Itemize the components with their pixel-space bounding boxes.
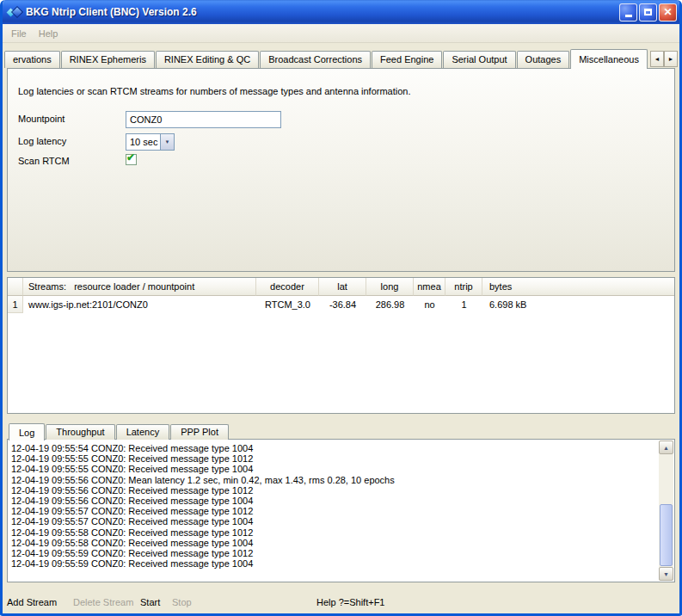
bottom-tab-bar: Log Throughput Latency PPP Plot bbox=[9, 422, 230, 440]
row-number: 1 bbox=[8, 296, 23, 313]
tab[interactable]: Feed Engine bbox=[372, 51, 442, 68]
selected-value: 10 sec bbox=[126, 134, 160, 150]
header-decoder: decoder bbox=[256, 278, 319, 296]
minimize-button[interactable] bbox=[619, 3, 637, 22]
menu-item[interactable]: File bbox=[5, 27, 33, 40]
streams-header: Streams: resource loader / mountpoint de… bbox=[8, 278, 674, 296]
scroll-thumb[interactable] bbox=[660, 504, 673, 566]
maximize-button[interactable] bbox=[639, 3, 657, 22]
app-icon bbox=[7, 5, 21, 19]
scroll-up-icon: ▲ bbox=[663, 445, 669, 451]
bottom-tab[interactable]: Throughput bbox=[46, 424, 114, 440]
log-line: 12-04-19 09:55:57 CONZ0: Received messag… bbox=[11, 506, 655, 516]
vertical-scrollbar[interactable]: ▲ ▼ bbox=[659, 440, 673, 581]
mountpoint-label: Mountpoint bbox=[18, 114, 65, 124]
tab[interactable]: Miscellaneous bbox=[570, 49, 648, 69]
start-button[interactable]: Start bbox=[140, 597, 160, 607]
log-line: 12-04-19 09:55:58 CONZ0: Received messag… bbox=[11, 527, 655, 538]
log-panel: 12-04-19 09:55:54 CONZ0: Received messag… bbox=[7, 439, 675, 582]
tab-scroll-right-button[interactable]: ► bbox=[664, 51, 678, 67]
window-title: BKG Ntrip Client (BNC) Version 2.6 bbox=[21, 6, 619, 18]
checkmark-icon: ✔ bbox=[126, 152, 135, 163]
bottom-tab[interactable]: Latency bbox=[116, 424, 170, 440]
log-line: 12-04-19 09:55:56 CONZ0: Received messag… bbox=[11, 496, 655, 506]
cell-bytes: 6.698 kB bbox=[482, 296, 674, 313]
log-line: 12-04-19 09:55:58 CONZ0: Received messag… bbox=[11, 538, 655, 548]
log-line: 12-04-19 09:55:55 CONZ0: Received messag… bbox=[11, 464, 655, 474]
tab[interactable]: ervations bbox=[4, 51, 60, 68]
log-latency-select[interactable]: 10 sec ▼ bbox=[126, 133, 175, 151]
tab-scroll-left-button[interactable]: ◄ bbox=[650, 51, 664, 67]
header-nmea: nmea bbox=[414, 278, 445, 296]
header-corner bbox=[8, 278, 23, 296]
tab[interactable]: RINEX Ephemeris bbox=[61, 51, 155, 68]
scroll-down-button[interactable]: ▼ bbox=[659, 567, 673, 581]
cell-nmea: no bbox=[414, 296, 445, 313]
bottom-tab[interactable]: Log bbox=[9, 423, 45, 440]
maximize-icon bbox=[644, 9, 652, 15]
tab[interactable]: Serial Output bbox=[443, 51, 515, 68]
mountpoint-input[interactable] bbox=[126, 111, 281, 128]
scan-rtcm-checkbox[interactable]: ✔ bbox=[126, 154, 137, 165]
log-output: 12-04-19 09:55:54 CONZ0: Received messag… bbox=[11, 443, 655, 580]
log-line: 12-04-19 09:55:54 CONZ0: Received messag… bbox=[11, 443, 655, 453]
log-line: 12-04-19 09:55:59 CONZ0: Received messag… bbox=[11, 548, 655, 558]
tab[interactable]: Outages bbox=[517, 51, 570, 68]
scan-rtcm-label: Scan RTCM bbox=[18, 156, 70, 166]
menu-item[interactable]: Help bbox=[33, 27, 65, 40]
log-line: 12-04-19 09:55:56 CONZ0: Mean latency 1.… bbox=[11, 475, 655, 485]
minimize-icon bbox=[625, 15, 632, 17]
streams-body: 1 www.igs-ip.net:2101/CONZ0 RTCM_3.0 -36… bbox=[8, 296, 674, 313]
dropdown-button[interactable]: ▼ bbox=[160, 134, 174, 150]
stop-button[interactable]: Stop bbox=[172, 597, 192, 607]
scroll-down-icon: ▼ bbox=[663, 571, 669, 577]
log-line: 12-04-19 09:55:59 CONZ0: Received messag… bbox=[11, 558, 655, 569]
header-lat: lat bbox=[319, 278, 366, 296]
help-label[interactable]: Help ?=Shift+F1 bbox=[316, 597, 385, 607]
cell-mountpoint: www.igs-ip.net:2101/CONZ0 bbox=[23, 296, 256, 313]
header-streams: Streams: resource loader / mountpoint bbox=[23, 278, 256, 296]
log-latency-label: Log latency bbox=[18, 136, 66, 146]
delete-stream-button[interactable]: Delete Stream bbox=[73, 597, 133, 607]
tab-scroll-buttons: ◄ ► bbox=[650, 51, 678, 67]
cell-long: 286.98 bbox=[366, 296, 414, 313]
panel-description: Log latencies or scan RTCM streams for n… bbox=[18, 86, 411, 96]
cell-ntrip: 1 bbox=[445, 296, 482, 313]
log-line: 12-04-19 09:55:56 CONZ0: Received messag… bbox=[11, 485, 655, 496]
scroll-left-icon: ◄ bbox=[654, 56, 660, 62]
header-bytes: bytes bbox=[482, 278, 674, 296]
cell-lat: -36.84 bbox=[319, 296, 366, 313]
close-button[interactable]: ✕ bbox=[659, 3, 677, 22]
scroll-right-icon: ► bbox=[668, 56, 674, 62]
miscellaneous-panel: Log latencies or scan RTCM streams for n… bbox=[7, 68, 675, 272]
header-long: long bbox=[366, 278, 414, 296]
tab[interactable]: Broadcast Corrections bbox=[260, 51, 371, 68]
tab-bar: ◄ ► ervations RINEX Ephemeris RINEX Edit… bbox=[4, 48, 678, 68]
menubar: File Help bbox=[3, 24, 679, 43]
window-controls: ✕ bbox=[619, 3, 677, 22]
bottom-tab[interactable]: PPP Plot bbox=[170, 424, 229, 440]
tab[interactable]: RINEX Editing & QC bbox=[156, 51, 259, 68]
cell-decoder: RTCM_3.0 bbox=[256, 296, 319, 313]
scroll-up-button[interactable]: ▲ bbox=[659, 440, 673, 454]
header-ntrip: ntrip bbox=[445, 278, 482, 296]
close-icon: ✕ bbox=[660, 4, 676, 21]
log-line: 12-04-19 09:55:57 CONZ0: Received messag… bbox=[11, 516, 655, 527]
streams-table: Streams: resource loader / mountpoint de… bbox=[7, 277, 675, 414]
bnc-window: BKG Ntrip Client (BNC) Version 2.6 ✕ Fil… bbox=[0, 0, 682, 616]
table-row[interactable]: 1 www.igs-ip.net:2101/CONZ0 RTCM_3.0 -36… bbox=[8, 296, 674, 313]
titlebar[interactable]: BKG Ntrip Client (BNC) Version 2.6 ✕ bbox=[0, 0, 682, 24]
log-line: 12-04-19 09:55:55 CONZ0: Received messag… bbox=[11, 453, 655, 464]
add-stream-button[interactable]: Add Stream bbox=[7, 597, 57, 607]
chevron-down-icon: ▼ bbox=[165, 139, 170, 145]
